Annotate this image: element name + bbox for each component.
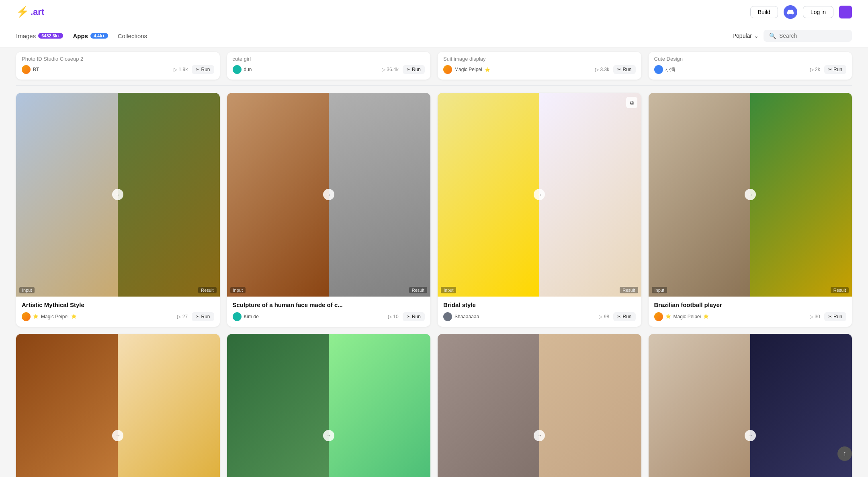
card-footer: ⭐ Magic Peipei ⭐ ▷ 30 ✂ Run (654, 312, 847, 321)
run-button[interactable]: ✂ Run (824, 65, 846, 74)
chevron-down-icon: ⌄ (754, 33, 759, 39)
input-image: Input (16, 334, 118, 477)
author-row: Kim de (233, 312, 259, 321)
stats-run: ▷ 30 ✂ Run (810, 312, 846, 321)
author-name: Magic Peipei (454, 67, 482, 72)
card-meta: Sculpture of a human face made of c... K… (227, 297, 431, 327)
author-row: ⭐ Magic Peipei ⭐ (22, 312, 77, 321)
author-avatar (654, 65, 663, 74)
result-image: Result (118, 93, 219, 297)
input-image: Input (438, 334, 539, 477)
input-image: Input (649, 93, 750, 297)
view-count: ▷ 27 (177, 314, 188, 319)
card-title: Photo ID Studio Closeup 2 (22, 56, 214, 62)
card-image: Input Result → (649, 93, 852, 297)
star-icon-2: ⭐ (703, 314, 709, 319)
author-name: 小满 (665, 66, 675, 73)
logo[interactable]: ⚡ .art (16, 6, 44, 18)
top-card-suit-image[interactable]: Suit image display Magic Peipei ⭐ ▷ 3.3k… (438, 52, 641, 80)
view-count: ▷ 1.9k (174, 67, 188, 72)
tab-collections[interactable]: Collections (118, 33, 147, 39)
arrow-icon: → (112, 430, 123, 441)
view-count: ▷ 30 (810, 314, 820, 319)
arrow-icon: → (534, 189, 545, 200)
card-image: Input Result → (227, 334, 431, 477)
logo-text: .art (31, 7, 44, 17)
author-name: BT (33, 67, 39, 72)
author-avatar (233, 65, 242, 74)
input-label: Input (19, 287, 35, 293)
card-title: Suit image display (443, 56, 636, 62)
result-image: Result (750, 334, 852, 477)
sort-button[interactable]: Popular ⌄ (733, 33, 759, 39)
card-image: Input Result → (16, 334, 220, 477)
tab-apps[interactable]: Apps 4.4k+ (73, 33, 108, 39)
author-name: Kim de (244, 314, 259, 319)
card-footer: Kim de ▷ 10 ✂ Run (233, 312, 425, 321)
card-footer: Magic Peipei ⭐ ▷ 3.3k ✂ Run (443, 65, 636, 74)
card-bridal[interactable]: Input Result → ⧉ Bridal style Shaaaaaaa … (438, 93, 641, 327)
card-image-inner: Input Result (16, 334, 220, 477)
card-artistic-mythical[interactable]: Input Result → Artistic Mythical Style ⭐… (16, 93, 220, 327)
view-count: ▷ 2k (810, 67, 820, 72)
search-icon: 🔍 (769, 33, 776, 39)
search-input[interactable] (779, 33, 846, 39)
top-card-cute-design[interactable]: Cute Design 小满 ▷ 2k ✂ Run (649, 52, 852, 80)
input-label: Input (652, 287, 667, 293)
view-count: ▷ 98 (599, 314, 609, 319)
run-button[interactable]: ✂ Run (824, 312, 846, 321)
result-label: Result (409, 287, 427, 293)
card-footer: dun ▷ 36.4k ✂ Run (233, 65, 425, 74)
card-meta: Brazilian football player ⭐ Magic Peipei… (649, 297, 852, 327)
input-image: Input (16, 93, 118, 297)
tab-images[interactable]: Images 6482.6k+ (16, 33, 63, 39)
card-brazil-football[interactable]: Input Result → Brazilian football player… (649, 93, 852, 327)
scroll-to-top-button[interactable]: ↑ (837, 446, 852, 461)
result-label: Result (620, 287, 638, 293)
arrow-icon: → (112, 189, 123, 200)
input-image: Input (438, 93, 539, 297)
author-name: Magic Peipei (41, 314, 69, 319)
nav-bar: Images 6482.6k+ Apps 4.4k+ Collections P… (0, 24, 868, 48)
card-title: cute girl (233, 56, 425, 62)
sort-label: Popular (733, 33, 752, 39)
card-cute-doll[interactable]: Input Result → Style of Cute Doll Kim de (227, 334, 431, 477)
run-button[interactable]: ✂ Run (403, 65, 425, 74)
result-label: Result (831, 287, 849, 293)
run-button[interactable]: ✂ Run (613, 312, 635, 321)
card-fairy-tale[interactable]: Input Result → Fairy tale story poster ⭐… (16, 334, 220, 477)
copy-button[interactable]: ⧉ (626, 97, 637, 108)
card-title: Bridal style (443, 301, 636, 308)
author-avatar (22, 65, 31, 74)
card-sculpture[interactable]: Input Result → Sculpture of a human face… (227, 93, 431, 327)
card-beautiful[interactable]: Input Result → Make Every day beautiful … (438, 334, 641, 477)
card-footer: BT ▷ 1.9k ✂ Run (22, 65, 214, 74)
top-card-photo-id[interactable]: Photo ID Studio Closeup 2 BT ▷ 1.9k ✂ Ru… (16, 52, 220, 80)
top-card-cute-girl[interactable]: cute girl dun ▷ 36.4k ✂ Run (227, 52, 431, 80)
discord-button[interactable] (784, 5, 797, 19)
card-image-inner: Input Result (649, 334, 852, 477)
author-avatar (443, 312, 452, 321)
star-icon: ⭐ (33, 314, 39, 319)
stats-run: ▷ 3.3k ✂ Run (595, 65, 635, 74)
star-icon: ⭐ (665, 314, 671, 319)
logo-icon: ⚡ (16, 6, 29, 18)
run-button[interactable]: ✂ Run (192, 65, 214, 74)
input-label: Input (230, 287, 246, 293)
stats-run: ▷ 98 ✂ Run (599, 312, 635, 321)
card-footer: 小满 ▷ 2k ✂ Run (654, 65, 847, 74)
search-box[interactable]: 🔍 (764, 30, 852, 42)
user-avatar[interactable] (839, 6, 852, 18)
card-dark-night[interactable]: Input Result → Dark night ⭐ Magic Peipei… (649, 334, 852, 477)
login-button[interactable]: Log in (803, 6, 833, 18)
run-button[interactable]: ✂ Run (403, 312, 425, 321)
run-button[interactable]: ✂ Run (192, 312, 214, 321)
run-button[interactable]: ✂ Run (613, 65, 635, 74)
card-meta: Artistic Mythical Style ⭐ Magic Peipei ⭐… (16, 297, 220, 327)
stats-run: ▷ 27 ✂ Run (177, 312, 214, 321)
build-button[interactable]: Build (750, 6, 778, 18)
view-count: ▷ 3.3k (595, 67, 609, 72)
content-area: Photo ID Studio Closeup 2 BT ▷ 1.9k ✂ Ru… (0, 48, 868, 477)
input-label: Input (441, 287, 456, 293)
author-avatar (233, 312, 242, 321)
